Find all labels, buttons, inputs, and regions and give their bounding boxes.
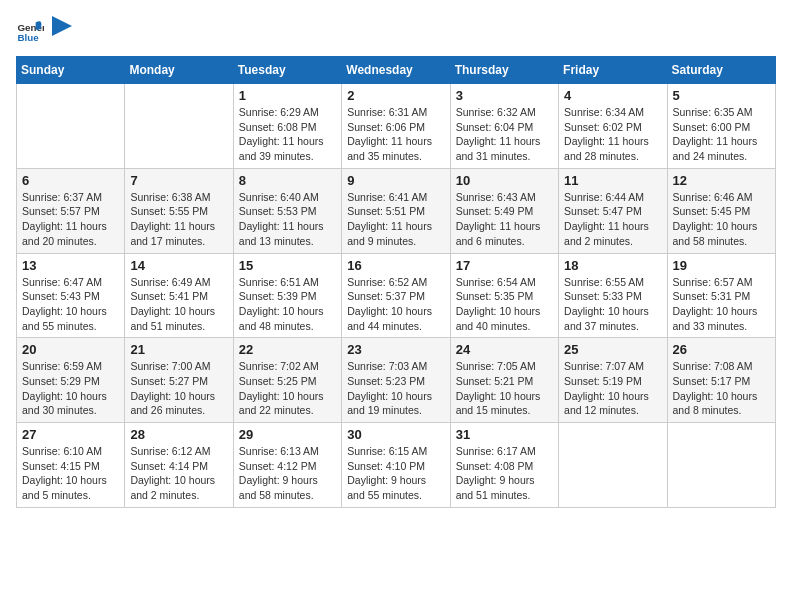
daylight-text: Daylight: 11 hours and 20 minutes. — [22, 219, 119, 248]
calendar-cell: 31 Sunrise: 6:17 AM Sunset: 4:08 PM Dayl… — [450, 423, 558, 508]
day-number: 19 — [673, 258, 770, 273]
daylight-text: Daylight: 11 hours and 24 minutes. — [673, 134, 770, 163]
sunrise-text: Sunrise: 6:15 AM — [347, 444, 444, 459]
svg-marker-2 — [52, 16, 72, 36]
day-header-sunday: Sunday — [17, 57, 125, 84]
day-info: Sunrise: 6:52 AM Sunset: 5:37 PM Dayligh… — [347, 275, 444, 334]
calendar-cell: 26 Sunrise: 7:08 AM Sunset: 5:17 PM Dayl… — [667, 338, 775, 423]
day-number: 14 — [130, 258, 227, 273]
daylight-text: Daylight: 10 hours and 37 minutes. — [564, 304, 661, 333]
calendar-cell: 12 Sunrise: 6:46 AM Sunset: 5:45 PM Dayl… — [667, 168, 775, 253]
sunrise-text: Sunrise: 7:00 AM — [130, 359, 227, 374]
calendar-cell — [559, 423, 667, 508]
calendar-cell: 6 Sunrise: 6:37 AM Sunset: 5:57 PM Dayli… — [17, 168, 125, 253]
calendar-cell: 23 Sunrise: 7:03 AM Sunset: 5:23 PM Dayl… — [342, 338, 450, 423]
day-header-tuesday: Tuesday — [233, 57, 341, 84]
sunset-text: Sunset: 5:21 PM — [456, 374, 553, 389]
sunrise-text: Sunrise: 6:44 AM — [564, 190, 661, 205]
sunset-text: Sunset: 4:12 PM — [239, 459, 336, 474]
day-number: 21 — [130, 342, 227, 357]
day-info: Sunrise: 6:41 AM Sunset: 5:51 PM Dayligh… — [347, 190, 444, 249]
sunset-text: Sunset: 5:43 PM — [22, 289, 119, 304]
day-info: Sunrise: 7:08 AM Sunset: 5:17 PM Dayligh… — [673, 359, 770, 418]
daylight-text: Daylight: 10 hours and 26 minutes. — [130, 389, 227, 418]
daylight-text: Daylight: 11 hours and 35 minutes. — [347, 134, 444, 163]
sunset-text: Sunset: 5:41 PM — [130, 289, 227, 304]
calendar-cell: 15 Sunrise: 6:51 AM Sunset: 5:39 PM Dayl… — [233, 253, 341, 338]
day-header-wednesday: Wednesday — [342, 57, 450, 84]
calendar-cell: 18 Sunrise: 6:55 AM Sunset: 5:33 PM Dayl… — [559, 253, 667, 338]
day-number: 9 — [347, 173, 444, 188]
calendar-cell — [125, 84, 233, 169]
calendar-cell: 29 Sunrise: 6:13 AM Sunset: 4:12 PM Dayl… — [233, 423, 341, 508]
calendar-cell: 8 Sunrise: 6:40 AM Sunset: 5:53 PM Dayli… — [233, 168, 341, 253]
day-number: 5 — [673, 88, 770, 103]
day-number: 8 — [239, 173, 336, 188]
calendar-cell: 17 Sunrise: 6:54 AM Sunset: 5:35 PM Dayl… — [450, 253, 558, 338]
sunset-text: Sunset: 5:17 PM — [673, 374, 770, 389]
calendar-table: SundayMondayTuesdayWednesdayThursdayFrid… — [16, 56, 776, 508]
sunrise-text: Sunrise: 7:03 AM — [347, 359, 444, 374]
sunrise-text: Sunrise: 6:17 AM — [456, 444, 553, 459]
day-number: 10 — [456, 173, 553, 188]
week-row-5: 27 Sunrise: 6:10 AM Sunset: 4:15 PM Dayl… — [17, 423, 776, 508]
daylight-text: Daylight: 10 hours and 2 minutes. — [130, 473, 227, 502]
day-info: Sunrise: 6:55 AM Sunset: 5:33 PM Dayligh… — [564, 275, 661, 334]
day-info: Sunrise: 7:05 AM Sunset: 5:21 PM Dayligh… — [456, 359, 553, 418]
day-info: Sunrise: 6:40 AM Sunset: 5:53 PM Dayligh… — [239, 190, 336, 249]
day-number: 13 — [22, 258, 119, 273]
sunrise-text: Sunrise: 6:47 AM — [22, 275, 119, 290]
day-number: 28 — [130, 427, 227, 442]
calendar-cell: 7 Sunrise: 6:38 AM Sunset: 5:55 PM Dayli… — [125, 168, 233, 253]
calendar-cell: 22 Sunrise: 7:02 AM Sunset: 5:25 PM Dayl… — [233, 338, 341, 423]
day-number: 31 — [456, 427, 553, 442]
sunset-text: Sunset: 5:27 PM — [130, 374, 227, 389]
day-number: 15 — [239, 258, 336, 273]
day-info: Sunrise: 6:54 AM Sunset: 5:35 PM Dayligh… — [456, 275, 553, 334]
daylight-text: Daylight: 10 hours and 19 minutes. — [347, 389, 444, 418]
sunset-text: Sunset: 5:29 PM — [22, 374, 119, 389]
day-number: 29 — [239, 427, 336, 442]
calendar-cell: 2 Sunrise: 6:31 AM Sunset: 6:06 PM Dayli… — [342, 84, 450, 169]
sunset-text: Sunset: 6:02 PM — [564, 120, 661, 135]
day-number: 25 — [564, 342, 661, 357]
calendar-cell: 10 Sunrise: 6:43 AM Sunset: 5:49 PM Dayl… — [450, 168, 558, 253]
week-row-2: 6 Sunrise: 6:37 AM Sunset: 5:57 PM Dayli… — [17, 168, 776, 253]
sunset-text: Sunset: 5:39 PM — [239, 289, 336, 304]
daylight-text: Daylight: 10 hours and 22 minutes. — [239, 389, 336, 418]
sunrise-text: Sunrise: 6:29 AM — [239, 105, 336, 120]
sunset-text: Sunset: 6:04 PM — [456, 120, 553, 135]
sunset-text: Sunset: 5:19 PM — [564, 374, 661, 389]
day-info: Sunrise: 6:13 AM Sunset: 4:12 PM Dayligh… — [239, 444, 336, 503]
sunset-text: Sunset: 5:23 PM — [347, 374, 444, 389]
sunrise-text: Sunrise: 6:37 AM — [22, 190, 119, 205]
day-info: Sunrise: 6:44 AM Sunset: 5:47 PM Dayligh… — [564, 190, 661, 249]
calendar-cell: 19 Sunrise: 6:57 AM Sunset: 5:31 PM Dayl… — [667, 253, 775, 338]
daylight-text: Daylight: 11 hours and 13 minutes. — [239, 219, 336, 248]
week-row-3: 13 Sunrise: 6:47 AM Sunset: 5:43 PM Dayl… — [17, 253, 776, 338]
sunset-text: Sunset: 5:33 PM — [564, 289, 661, 304]
sunrise-text: Sunrise: 6:41 AM — [347, 190, 444, 205]
daylight-text: Daylight: 9 hours and 55 minutes. — [347, 473, 444, 502]
week-row-1: 1 Sunrise: 6:29 AM Sunset: 6:08 PM Dayli… — [17, 84, 776, 169]
calendar-cell: 4 Sunrise: 6:34 AM Sunset: 6:02 PM Dayli… — [559, 84, 667, 169]
day-info: Sunrise: 6:51 AM Sunset: 5:39 PM Dayligh… — [239, 275, 336, 334]
calendar-cell: 13 Sunrise: 6:47 AM Sunset: 5:43 PM Dayl… — [17, 253, 125, 338]
calendar-cell: 20 Sunrise: 6:59 AM Sunset: 5:29 PM Dayl… — [17, 338, 125, 423]
sunrise-text: Sunrise: 6:52 AM — [347, 275, 444, 290]
day-number: 23 — [347, 342, 444, 357]
sunset-text: Sunset: 5:57 PM — [22, 204, 119, 219]
daylight-text: Daylight: 11 hours and 6 minutes. — [456, 219, 553, 248]
day-number: 18 — [564, 258, 661, 273]
calendar-cell: 5 Sunrise: 6:35 AM Sunset: 6:00 PM Dayli… — [667, 84, 775, 169]
day-info: Sunrise: 6:29 AM Sunset: 6:08 PM Dayligh… — [239, 105, 336, 164]
svg-text:Blue: Blue — [17, 32, 39, 43]
sunrise-text: Sunrise: 6:31 AM — [347, 105, 444, 120]
day-info: Sunrise: 6:49 AM Sunset: 5:41 PM Dayligh… — [130, 275, 227, 334]
day-header-friday: Friday — [559, 57, 667, 84]
calendar-cell: 1 Sunrise: 6:29 AM Sunset: 6:08 PM Dayli… — [233, 84, 341, 169]
daylight-text: Daylight: 10 hours and 40 minutes. — [456, 304, 553, 333]
day-number: 26 — [673, 342, 770, 357]
sunrise-text: Sunrise: 6:12 AM — [130, 444, 227, 459]
sunset-text: Sunset: 4:14 PM — [130, 459, 227, 474]
